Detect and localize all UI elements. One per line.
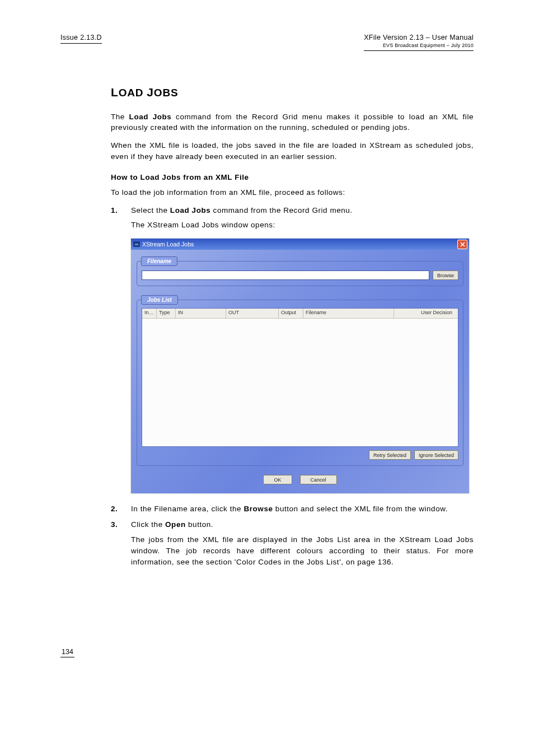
app-icon: xs [133, 241, 140, 247]
header-sub: EVS Broadcast Equipment – July 2010 [364, 43, 474, 49]
step-1: 1. Select the Load Jobs command from the… [111, 205, 474, 231]
step-2: 2. In the Filename area, click the Brows… [111, 503, 474, 515]
ok-button[interactable]: OK [263, 475, 292, 484]
dialog-title: XStream Load Jobs [142, 241, 194, 248]
dialog-titlebar: xs XStream Load Jobs [131, 239, 469, 250]
filename-input[interactable] [142, 270, 429, 280]
col-out[interactable]: OUT [226, 309, 279, 318]
col-output[interactable]: Output [279, 309, 303, 318]
browse-button[interactable]: Browse [433, 270, 458, 280]
table-header: In… Type IN OUT Output Filename User Dec… [142, 309, 458, 319]
step-3: 3. Click the Open button. The jobs from … [111, 519, 474, 568]
close-icon[interactable] [457, 240, 467, 249]
jobslist-label: Jobs List [141, 295, 178, 305]
col-user-decision[interactable]: User Decision [419, 309, 458, 318]
header-issue: Issue 2.13.D [60, 34, 102, 44]
col-type[interactable]: Type [157, 309, 176, 318]
paragraph-1: The Load Jobs command from the Record Gr… [111, 111, 474, 133]
col-filename[interactable]: Filename [303, 309, 394, 318]
jobs-list-table[interactable]: In… Type IN OUT Output Filename User Dec… [142, 308, 458, 447]
ignore-selected-button[interactable]: Ignore Selected [414, 450, 458, 460]
xstream-load-jobs-dialog: xs XStream Load Jobs Filename Browse [131, 239, 469, 493]
header-title: XFile Version 2.13 – User Manual [364, 34, 474, 43]
step-3-number: 3. [111, 519, 131, 568]
col-index[interactable]: In… [142, 309, 157, 318]
step-2-number: 2. [111, 503, 131, 515]
step-1-number: 1. [111, 205, 131, 231]
intro-line: To load the job information from an XML … [111, 187, 474, 198]
retry-selected-button[interactable]: Retry Selected [369, 450, 411, 460]
section-title: LOAD JOBS [111, 86, 474, 99]
page-number: 134 [60, 648, 74, 657]
cancel-button[interactable]: Cancel [300, 475, 337, 484]
filename-label: Filename [141, 256, 177, 266]
paragraph-2: When the XML file is loaded, the jobs sa… [111, 140, 474, 162]
col-in[interactable]: IN [176, 309, 226, 318]
subhead: How to Load Jobs from an XML File [111, 173, 474, 181]
header-right: XFile Version 2.13 – User Manual EVS Bro… [364, 34, 474, 51]
table-body-empty [142, 319, 458, 446]
